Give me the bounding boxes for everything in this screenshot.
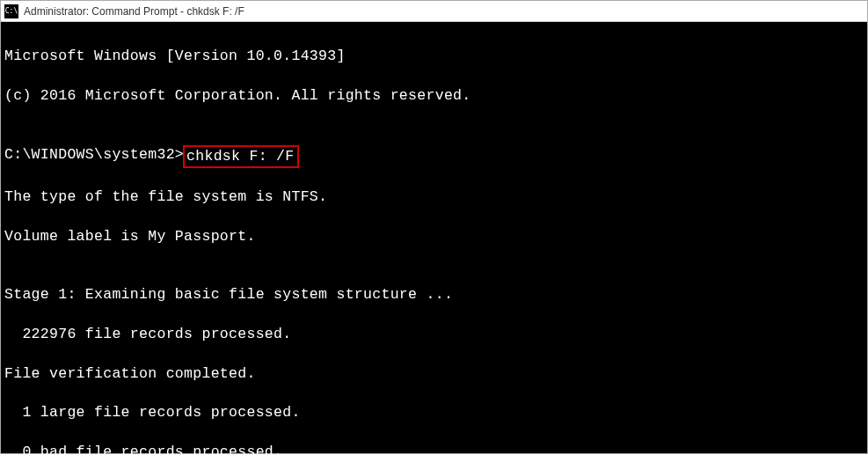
output-line: Microsoft Windows [Version 10.0.14393] — [4, 47, 864, 66]
command-prompt-window: C:\ Administrator: Command Prompt - chkd… — [0, 0, 868, 454]
terminal-output[interactable]: Microsoft Windows [Version 10.0.14393] (… — [1, 22, 867, 453]
output-line: 222976 file records processed. — [4, 325, 864, 344]
prompt-line: C:\WINDOWS\system32>chkdsk F: /F — [4, 145, 864, 168]
output-line: 1 large file records processed. — [4, 403, 864, 422]
output-line: 0 bad file records processed. — [4, 443, 864, 455]
output-line: File verification completed. — [4, 364, 864, 384]
prompt-path: C:\WINDOWS\system32> — [4, 145, 184, 168]
output-line: Stage 1: Examining basic file system str… — [4, 285, 864, 305]
output-line: (c) 2016 Microsoft Corporation. All righ… — [4, 86, 864, 106]
title-bar[interactable]: C:\ Administrator: Command Prompt - chkd… — [1, 1, 867, 22]
output-line: The type of the file system is NTFS. — [4, 187, 864, 207]
command-highlight: chkdsk F: /F — [183, 145, 299, 168]
output-line: Volume label is My Passport. — [4, 227, 864, 246]
window-title: Administrator: Command Prompt - chkdsk F… — [24, 5, 244, 18]
icon-glyph: C:\ — [5, 7, 18, 15]
app-icon: C:\ — [4, 4, 18, 18]
